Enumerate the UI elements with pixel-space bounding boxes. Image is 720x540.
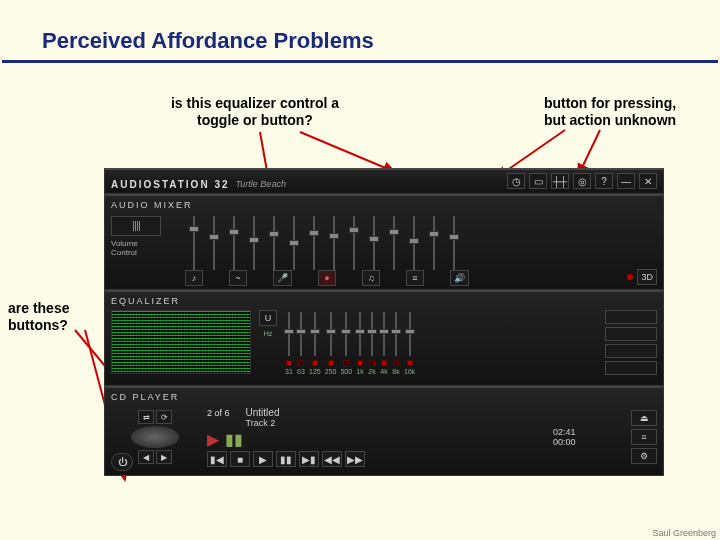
cd-tool-button[interactable]: ⚙ xyxy=(631,448,657,464)
eq-slider[interactable] xyxy=(380,310,388,358)
ffwd-button[interactable]: ▶▶ xyxy=(345,451,365,467)
cd-counter: 2 of 6 xyxy=(207,408,230,418)
eq-band-toggle[interactable] xyxy=(328,360,334,366)
cd-time-elapsed: 02:41 xyxy=(553,427,623,437)
mixer-slider[interactable] xyxy=(349,214,359,272)
mixer-slider[interactable] xyxy=(229,214,239,272)
mixer-slider[interactable] xyxy=(449,214,459,272)
cd-track-title: Untitled xyxy=(246,407,280,418)
music-note-icon[interactable]: ♪ xyxy=(185,270,203,286)
prev-button[interactable]: ▮◀ xyxy=(207,451,227,467)
eq-band-toggle[interactable] xyxy=(343,360,349,366)
minimize-icon[interactable]: — xyxy=(617,173,635,189)
record-icon[interactable]: ● xyxy=(318,270,336,286)
wave-icon[interactable]: ~ xyxy=(229,270,247,286)
equalizer-title: EQUALIZER xyxy=(111,296,657,306)
cd-skip-left[interactable]: ◀ xyxy=(138,450,154,464)
app-titlebar: AUDIOSTATION 32 Turtle Beach ◷ ▭ ┼┼ ◎ ? … xyxy=(104,168,664,194)
graph-icon[interactable]: ┼┼ xyxy=(551,173,569,189)
eq-slider[interactable] xyxy=(297,310,305,358)
eq-band-toggle[interactable] xyxy=(393,360,399,366)
eq-sliders: 31 63 125 250 500 1k 2k 4k 8k 16k xyxy=(285,310,593,375)
mixer-3d-button[interactable]: 3D xyxy=(637,269,657,285)
eq-slider[interactable] xyxy=(285,310,293,358)
eq-preset-button[interactable] xyxy=(605,361,657,375)
mic-icon[interactable]: 🎤 xyxy=(273,270,292,286)
eq-band-toggle[interactable] xyxy=(286,360,292,366)
mixer-section: AUDIO MIXER VolumeControl xyxy=(104,194,664,290)
stop-button[interactable]: ■ xyxy=(230,451,250,467)
eq-u-button[interactable]: U xyxy=(259,310,277,326)
mixer-title: AUDIO MIXER xyxy=(111,200,657,210)
cd-power-button[interactable]: ⏻ xyxy=(111,453,133,471)
mixer-slider[interactable] xyxy=(329,214,339,272)
mixer-slider[interactable] xyxy=(369,214,379,272)
mixer-slider[interactable] xyxy=(309,214,319,272)
eq-preset-button[interactable] xyxy=(605,310,657,324)
mixer-slider[interactable] xyxy=(389,214,399,272)
cd-eject-button[interactable]: ⏏ xyxy=(631,410,657,426)
mixer-sliders xyxy=(189,214,459,272)
eq-band-toggle[interactable] xyxy=(407,360,413,366)
eq-preset-button[interactable] xyxy=(605,327,657,341)
synth-icon[interactable]: ♫ xyxy=(362,270,380,286)
eq-slider[interactable] xyxy=(356,310,364,358)
eq-band-toggle[interactable] xyxy=(381,360,387,366)
mixer-slider[interactable] xyxy=(289,214,299,272)
eq-band-toggle[interactable] xyxy=(369,360,375,366)
mixer-slider[interactable] xyxy=(429,214,439,272)
slide-credit: Saul Greenberg xyxy=(652,528,716,538)
cd-mode-button[interactable]: ⟳ xyxy=(156,410,172,424)
rew-button[interactable]: ◀◀ xyxy=(322,451,342,467)
eq-band-toggle[interactable] xyxy=(357,360,363,366)
next-button[interactable]: ▶▮ xyxy=(299,451,319,467)
mixer-slider[interactable] xyxy=(209,214,219,272)
eq-band-toggle[interactable] xyxy=(312,360,318,366)
close-icon[interactable]: ✕ xyxy=(639,173,657,189)
mixer-slider[interactable] xyxy=(269,214,279,272)
volume-label: VolumeControl xyxy=(111,240,181,258)
eq-slider[interactable] xyxy=(342,310,350,358)
eq-preset-button[interactable] xyxy=(605,344,657,358)
pause-indicator-icon: ▮▮ xyxy=(225,430,243,449)
cd-player-section: CD PLAYER ⇄ ⟳ ◀ ▶ 2 of 6 Untitled T xyxy=(104,386,664,476)
app-brand-name: AUDIOSTATION 32 xyxy=(111,179,230,190)
cd-list-button[interactable]: ≡ xyxy=(631,429,657,445)
audiostation-app: AUDIOSTATION 32 Turtle Beach ◷ ▭ ┼┼ ◎ ? … xyxy=(104,168,664,476)
speaker-icon[interactable]: 🔊 xyxy=(450,270,469,286)
folder-icon[interactable]: ▭ xyxy=(529,173,547,189)
play-button[interactable]: ▶ xyxy=(253,451,273,467)
cd-disc-icon xyxy=(131,426,179,448)
eq-slider[interactable] xyxy=(368,310,376,358)
eq-band-toggle[interactable] xyxy=(298,360,304,366)
pause-button[interactable]: ▮▮ xyxy=(276,451,296,467)
eq-slider[interactable] xyxy=(327,310,335,358)
cd-time-total: 00:00 xyxy=(553,437,623,447)
help-icon[interactable]: ? xyxy=(595,173,613,189)
play-indicator-icon: ▶ xyxy=(207,430,219,449)
eq-slider[interactable] xyxy=(406,310,414,358)
mixer-slider[interactable] xyxy=(189,214,199,272)
cd-mode-button[interactable]: ⇄ xyxy=(138,410,154,424)
equalizer-section: EQUALIZER U Hz 31 63 125 250 500 1k 2k 4… xyxy=(104,290,664,386)
svg-line-1 xyxy=(300,132,395,172)
eq-visualizer xyxy=(111,310,251,374)
cd-title: CD PLAYER xyxy=(111,392,657,402)
clock-icon[interactable]: ◷ xyxy=(507,173,525,189)
mixer-slider[interactable] xyxy=(409,214,419,272)
cd-skip-right[interactable]: ▶ xyxy=(156,450,172,464)
eq-slider[interactable] xyxy=(392,310,400,358)
app-brand-sub: Turtle Beach xyxy=(236,179,286,189)
line-icon[interactable]: ≡ xyxy=(406,270,424,286)
eq-slider[interactable] xyxy=(311,310,319,358)
eq-hz-label: Hz xyxy=(264,330,273,337)
cd-track-sub: Track 2 xyxy=(246,418,280,428)
volume-control-button[interactable] xyxy=(111,216,161,236)
globe-icon[interactable]: ◎ xyxy=(573,173,591,189)
mixer-led xyxy=(627,274,633,280)
mixer-slider[interactable] xyxy=(249,214,259,272)
